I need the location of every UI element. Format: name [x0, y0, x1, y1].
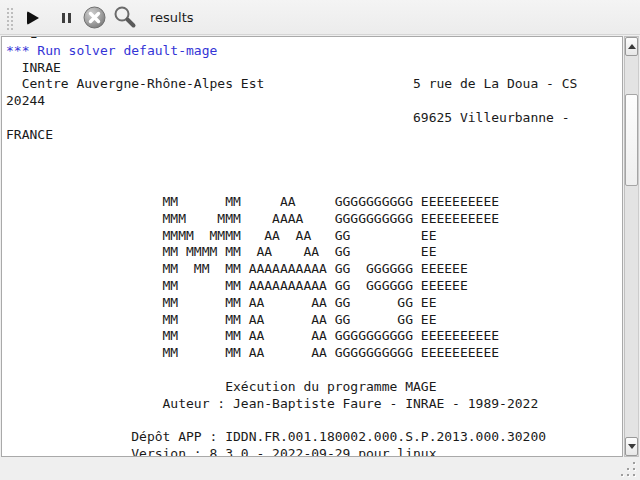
console-line: MM MMMM MM AA AA GG EE: [6, 244, 622, 261]
console-line: 1: [6, 36, 622, 43]
console-line: Exécution du programme MAGE: [6, 379, 622, 396]
console-line: [6, 362, 622, 379]
console-line: Version : 8.3.0 - 2022-09-29 pour linux: [6, 446, 622, 457]
toolbar-drag-handle[interactable]: [5, 6, 13, 30]
console-line: MMMM MMMM AA AA GG EE: [6, 228, 622, 245]
stop-button[interactable]: [80, 0, 108, 35]
console-line: MM MM AAAAAAAAAA GG GGGGGG EEEEEE: [6, 278, 622, 295]
console-line: Centre Auvergne-Rhône-Alpes Est 5 rue de…: [6, 76, 622, 93]
console-line: 69625 Villeurbanne -: [6, 110, 622, 127]
play-icon: [27, 11, 39, 25]
console-line: MM MM AA AA GG GG EE: [6, 295, 622, 312]
scroll-up-button[interactable]: [625, 37, 638, 56]
console-line: INRAE: [6, 60, 622, 77]
console-line: Auteur : Jean-Baptiste Faure - INRAE - 1…: [6, 396, 622, 413]
scroll-down-button[interactable]: [625, 437, 638, 456]
stop-icon: [83, 6, 106, 29]
scrollbar-thumb[interactable]: [625, 94, 638, 186]
resize-grip-icon[interactable]: [621, 460, 637, 477]
search-button[interactable]: [110, 0, 138, 35]
console-line: MMM MMM AAAA GGGGGGGGGG EEEEEEEEEE: [6, 211, 622, 228]
pause-button[interactable]: [53, 0, 79, 35]
results-panel: results 1*** Run solver default-mage INR…: [0, 0, 640, 480]
pause-icon: [62, 13, 71, 23]
vertical-scrollbar[interactable]: [624, 36, 639, 457]
results-title: results: [150, 0, 194, 35]
console-line: [6, 160, 622, 177]
arrow-down-icon: [628, 444, 636, 449]
console-line: Dépôt APP : IDDN.FR.001.180002.000.S.P.2…: [6, 429, 622, 446]
console-line: MM MM AA AA GGGGGGGGGG EEEEEEEEEE: [6, 345, 622, 362]
console-line: [6, 177, 622, 194]
console-line: MM MM AA AA GGGGGGGGGG EEEEEEEEEE: [6, 328, 622, 345]
bottom-strip: [0, 458, 640, 480]
console-lines: 1*** Run solver default-mage INRAE Centr…: [6, 36, 622, 457]
arrow-up-icon: [628, 44, 636, 49]
search-icon: [112, 5, 137, 30]
console-output[interactable]: 1*** Run solver default-mage INRAE Centr…: [1, 36, 623, 457]
toolbar: results: [0, 0, 640, 35]
console-line: 20244: [6, 93, 622, 110]
run-button[interactable]: [20, 0, 46, 35]
console-line: MM MM AA AA GG GG EE: [6, 312, 622, 329]
console-line: MM MM MM AAAAAAAAAA GG GGGGGG EEEEEE: [6, 261, 622, 278]
console-line: [6, 412, 622, 429]
console-line: FRANCE: [6, 127, 622, 144]
console-line: *** Run solver default-mage: [6, 43, 622, 60]
console-line: [6, 144, 622, 161]
console-line: MM MM AA GGGGGGGGGG EEEEEEEEEE: [6, 194, 622, 211]
